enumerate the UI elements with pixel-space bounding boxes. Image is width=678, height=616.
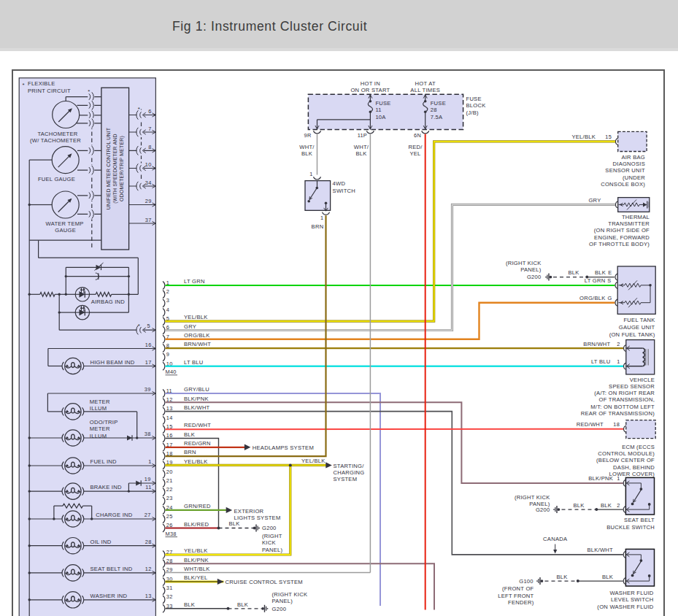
svg-text:M/T: ON BOTTOM LEFT: M/T: ON BOTTOM LEFT — [590, 404, 655, 410]
svg-text:YEL/BLK: YEL/BLK — [184, 314, 208, 320]
svg-text:BLK/RED: BLK/RED — [184, 521, 209, 528]
svg-text:2: 2 — [617, 341, 620, 347]
svg-text:WASHER IND: WASHER IND — [90, 593, 128, 599]
svg-text:4: 4 — [166, 307, 169, 313]
svg-text:G: G — [608, 295, 612, 301]
svg-text:YEL/BLK: YEL/BLK — [184, 547, 208, 554]
svg-text:BLK/YEL: BLK/YEL — [184, 574, 208, 581]
svg-text:DASH, BEHIND: DASH, BEHIND — [613, 464, 655, 471]
svg-text:BLK/WHT: BLK/WHT — [184, 404, 210, 411]
svg-text:BLOCK: BLOCK — [466, 102, 486, 109]
svg-text:FUEL TANK: FUEL TANK — [623, 317, 655, 323]
svg-text:SWITCH: SWITCH — [333, 188, 355, 194]
svg-text:2: 2 — [166, 288, 169, 295]
svg-text:GAUGE: GAUGE — [55, 227, 76, 234]
svg-text:*: * — [23, 82, 25, 88]
svg-text:14: 14 — [166, 415, 173, 421]
svg-text:(ON RIGHT SIDE OF: (ON RIGHT SIDE OF — [594, 227, 650, 234]
svg-text:YEL: YEL — [409, 150, 420, 157]
svg-text:WHT/BLK: WHT/BLK — [184, 566, 210, 572]
svg-text:OF THROTTLE BODY): OF THROTTLE BODY) — [589, 241, 650, 247]
svg-text:(J/B): (J/B) — [466, 109, 479, 116]
svg-text:SEAT BELT IND: SEAT BELT IND — [90, 566, 133, 572]
svg-text:BRN/WHT: BRN/WHT — [184, 341, 211, 347]
svg-text:LEVEL SWITCH: LEVEL SWITCH — [611, 596, 653, 603]
svg-text:BLK: BLK — [355, 150, 366, 157]
svg-text:(RIGHT KICK: (RIGHT KICK — [515, 494, 550, 501]
svg-text:RED/WHT: RED/WHT — [184, 422, 211, 428]
svg-text:3: 3 — [166, 297, 169, 304]
svg-text:1: 1 — [320, 215, 323, 221]
svg-text:G200: G200 — [262, 525, 277, 531]
svg-text:M38: M38 — [166, 531, 177, 537]
svg-text:6N: 6N — [414, 132, 421, 139]
svg-text:FUSE: FUSE — [466, 96, 482, 102]
svg-text:GRY/BLU: GRY/BLU — [184, 386, 209, 393]
svg-text:ON OR START: ON OR START — [350, 87, 390, 93]
svg-text:(UNDER: (UNDER — [623, 174, 645, 181]
svg-text:VEHICLE: VEHICLE — [630, 377, 655, 383]
svg-text:RED/: RED/ — [408, 144, 423, 150]
svg-text:39: 39 — [145, 386, 151, 393]
svg-text:FUSE: FUSE — [375, 100, 390, 107]
svg-text:BLK: BLK — [228, 520, 239, 527]
svg-text:GRN/RED: GRN/RED — [184, 503, 211, 509]
svg-text:11: 11 — [375, 107, 381, 113]
svg-text:REAR OF TRANSMISSION): REAR OF TRANSMISSION) — [581, 410, 655, 417]
svg-text:5: 5 — [147, 323, 150, 329]
svg-text:G200: G200 — [536, 507, 550, 513]
svg-text:(A/T: ON RIGHT REAR: (A/T: ON RIGHT REAR — [594, 390, 655, 396]
svg-text:AIRBAG IND: AIRBAG IND — [91, 299, 126, 305]
svg-text:28: 28 — [431, 107, 437, 113]
svg-text:8: 8 — [148, 144, 151, 150]
svg-text:HIGH BEAM IND: HIGH BEAM IND — [90, 359, 135, 366]
svg-text:SEAT BELT: SEAT BELT — [624, 517, 655, 523]
svg-text:HOT AT: HOT AT — [415, 80, 436, 87]
svg-text:1: 1 — [617, 475, 620, 482]
svg-text:STARTING/: STARTING/ — [334, 463, 365, 469]
svg-text:ILLUM: ILLUM — [90, 433, 107, 439]
svg-text:BLK: BLK — [184, 431, 195, 438]
svg-text:WATER TEMP: WATER TEMP — [46, 220, 84, 227]
svg-text:37: 37 — [145, 217, 152, 223]
svg-text:PANEL): PANEL) — [272, 598, 293, 604]
svg-text:BLK: BLK — [568, 269, 579, 276]
svg-text:(WITH SPEEDOMETER AND: (WITH SPEEDOMETER AND — [112, 134, 118, 203]
svg-text:CHARGE IND: CHARGE IND — [96, 512, 132, 518]
svg-text:BLK: BLK — [184, 601, 195, 608]
svg-text:4WD: 4WD — [333, 180, 346, 187]
svg-text:22: 22 — [166, 486, 173, 493]
svg-text:CONSOLE BOX): CONSOLE BOX) — [601, 181, 645, 188]
svg-text:PANEL): PANEL) — [262, 547, 283, 553]
svg-text:2: 2 — [617, 502, 620, 509]
svg-text:FUSE: FUSE — [431, 100, 446, 107]
svg-text:6: 6 — [148, 108, 151, 115]
svg-text:WHT/: WHT/ — [299, 144, 315, 150]
svg-text:DIAGNOSIS: DIAGNOSIS — [613, 161, 645, 167]
svg-text:LEFT FRONT: LEFT FRONT — [498, 593, 533, 599]
svg-text:20: 20 — [166, 469, 173, 475]
svg-text:CONTROL MODULE): CONTROL MODULE) — [598, 450, 655, 457]
svg-text:38: 38 — [145, 431, 151, 437]
svg-text:HOT IN: HOT IN — [361, 80, 380, 87]
svg-text:BLK: BLK — [601, 502, 612, 509]
svg-text:31: 31 — [166, 585, 173, 591]
svg-text:1: 1 — [617, 358, 620, 365]
svg-text:BLK: BLK — [556, 574, 567, 580]
svg-text:(FRONT OF: (FRONT OF — [502, 585, 534, 592]
svg-text:25: 25 — [166, 513, 173, 520]
svg-text:(ON WASHER FLUID: (ON WASHER FLUID — [597, 604, 653, 610]
svg-text:UNIFIED METER CONTROL UNIT: UNIFIED METER CONTROL UNIT — [106, 127, 111, 209]
svg-text:BUCKLE SWITCH: BUCKLE SWITCH — [606, 524, 655, 531]
svg-text:9R: 9R — [304, 132, 312, 139]
svg-text:METER: METER — [90, 426, 110, 432]
svg-text:WASHER FLUID: WASHER FLUID — [609, 590, 653, 596]
svg-text:BLK/PNK: BLK/PNK — [184, 557, 209, 563]
svg-text:FUEL GAUGE: FUEL GAUGE — [38, 176, 75, 182]
svg-text:G100: G100 — [519, 578, 533, 585]
svg-text:FENDER): FENDER) — [508, 599, 534, 606]
svg-text:RED/GRN: RED/GRN — [184, 440, 211, 447]
svg-text:1: 1 — [309, 171, 312, 177]
svg-text:ORG/BLK: ORG/BLK — [184, 332, 210, 339]
svg-text:KICK: KICK — [262, 539, 276, 546]
